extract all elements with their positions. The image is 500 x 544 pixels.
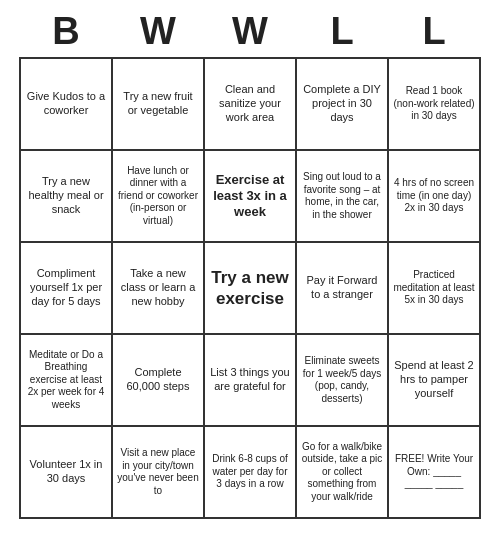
- bingo-cell-4: Read 1 book (non-work related) in 30 day…: [389, 59, 481, 151]
- bingo-cell-22: Drink 6-8 cups of water per day for 3 da…: [205, 427, 297, 519]
- header-letter-w-1: W: [112, 10, 204, 53]
- bingo-cell-23: Go for a walk/bike outside, take a pic o…: [297, 427, 389, 519]
- bingo-cell-17: List 3 things you are grateful for: [205, 335, 297, 427]
- bingo-cell-1: Try a new fruit or vegetable: [113, 59, 205, 151]
- bingo-cell-14: Practiced meditation at least 5x in 30 d…: [389, 243, 481, 335]
- bingo-cell-3: Complete a DIY project in 30 days: [297, 59, 389, 151]
- bingo-cell-19: Spend at least 2 hrs to pamper yourself: [389, 335, 481, 427]
- bingo-cell-16: Complete 60,000 steps: [113, 335, 205, 427]
- header-letter-b-0: B: [20, 10, 112, 53]
- bingo-cell-13: Pay it Forward to a stranger: [297, 243, 389, 335]
- bingo-cell-8: Sing out loud to a favorite song – at ho…: [297, 151, 389, 243]
- bingo-cell-5: Try a new healthy meal or snack: [21, 151, 113, 243]
- bingo-header: BWWLL: [20, 10, 480, 53]
- bingo-cell-6: Have lunch or dinner with a friend or co…: [113, 151, 205, 243]
- bingo-cell-9: 4 hrs of no screen time (in one day) 2x …: [389, 151, 481, 243]
- header-letter-l-3: L: [296, 10, 388, 53]
- bingo-cell-10: Compliment yourself 1x per day for 5 day…: [21, 243, 113, 335]
- bingo-cell-21: Visit a new place in your city/town you'…: [113, 427, 205, 519]
- bingo-cell-15: Meditate or Do a Breathing exercise at l…: [21, 335, 113, 427]
- bingo-grid: Give Kudos to a coworkerTry a new fruit …: [19, 57, 481, 519]
- bingo-cell-0: Give Kudos to a coworker: [21, 59, 113, 151]
- bingo-cell-18: Eliminate sweets for 1 week/5 days (pop,…: [297, 335, 389, 427]
- bingo-cell-12: Try a new exercise: [205, 243, 297, 335]
- bingo-cell-20: Volunteer 1x in 30 days: [21, 427, 113, 519]
- bingo-cell-2: Clean and sanitize your work area: [205, 59, 297, 151]
- bingo-cell-11: Take a new class or learn a new hobby: [113, 243, 205, 335]
- bingo-cell-7: Exercise at least 3x in a week: [205, 151, 297, 243]
- bingo-cell-24: FREE! Write Your Own: _____ _____ _____: [389, 427, 481, 519]
- header-letter-w-2: W: [204, 10, 296, 53]
- header-letter-l-4: L: [388, 10, 480, 53]
